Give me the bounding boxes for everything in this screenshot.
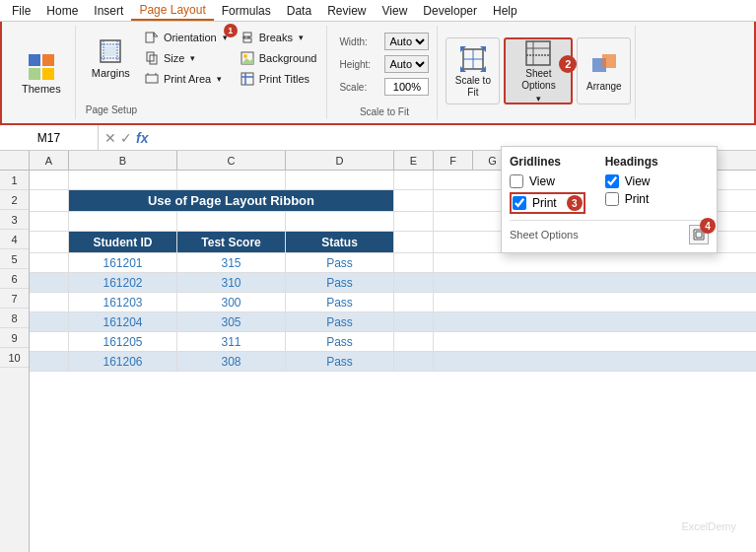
formula-input[interactable]	[154, 131, 756, 145]
cell-c1[interactable]	[177, 171, 286, 189]
col-header-a[interactable]: A	[30, 151, 69, 170]
row-num-6[interactable]: 6	[0, 269, 29, 289]
formula-cancel-icon[interactable]: ✕	[104, 130, 116, 146]
cell-b3[interactable]	[69, 212, 177, 231]
print-titles-button[interactable]: Print Titles	[236, 69, 321, 89]
cell-c9[interactable]: 311	[177, 332, 286, 351]
cell-b4-header[interactable]: Student ID	[69, 232, 177, 252]
cell-a2[interactable]	[30, 190, 69, 211]
scale-input[interactable]	[384, 78, 429, 96]
cell-e3[interactable]	[394, 212, 434, 231]
menu-home[interactable]: Home	[38, 2, 86, 20]
cell-a9[interactable]	[30, 332, 69, 351]
cell-a10[interactable]	[30, 352, 69, 371]
menu-file[interactable]: File	[4, 2, 38, 20]
cell-d5[interactable]: Pass	[286, 253, 394, 272]
cell-c3[interactable]	[177, 212, 286, 231]
headings-print-checkbox[interactable]	[605, 192, 619, 206]
scale-to-fit-group: Width: Automatic Height: Automatic Scale…	[331, 26, 438, 119]
cell-b9[interactable]: 161205	[69, 332, 177, 351]
col-header-e[interactable]: E	[394, 151, 434, 170]
cell-c6[interactable]: 310	[177, 273, 286, 292]
gridlines-view-checkbox[interactable]	[510, 174, 523, 188]
cell-d3[interactable]	[286, 212, 394, 231]
cell-e9[interactable]	[394, 332, 434, 351]
cell-b1[interactable]	[69, 171, 177, 189]
cell-a8[interactable]	[30, 312, 69, 331]
cell-d10[interactable]: Pass	[286, 352, 394, 371]
row-num-4[interactable]: 4	[0, 230, 29, 249]
row-num-1[interactable]: 1	[0, 171, 29, 190]
menu-developer[interactable]: Developer	[415, 2, 485, 20]
row-num-2[interactable]: 2	[0, 190, 29, 210]
cell-e4[interactable]	[394, 232, 434, 252]
name-box[interactable]	[0, 125, 99, 150]
cell-a3[interactable]	[30, 212, 69, 231]
menu-review[interactable]: Review	[319, 2, 374, 20]
col-header-f[interactable]: F	[434, 151, 473, 170]
cell-e6[interactable]	[394, 273, 434, 292]
breaks-button[interactable]: Breaks ▾	[236, 28, 321, 47]
cell-e8[interactable]	[394, 312, 434, 331]
cell-e7[interactable]	[394, 293, 434, 311]
scale-to-fit-button[interactable]: Scale toFit	[446, 37, 500, 104]
cell-b5[interactable]: 161201	[69, 253, 177, 272]
col-header-c[interactable]: C	[177, 151, 286, 170]
row-num-7[interactable]: 7	[0, 289, 29, 309]
sheet-options-button[interactable]: SheetOptions 2 ▾	[504, 37, 573, 104]
col-header-b[interactable]: B	[69, 151, 177, 170]
menu-insert[interactable]: Insert	[86, 2, 131, 20]
formula-confirm-icon[interactable]: ✓	[120, 130, 132, 146]
cell-d8[interactable]: Pass	[286, 312, 394, 331]
width-select[interactable]: Automatic	[384, 33, 429, 50]
cell-d4-header[interactable]: Status	[286, 232, 394, 252]
row-num-5[interactable]: 5	[0, 249, 29, 269]
arrange-button[interactable]: Arrange	[577, 37, 631, 104]
cell-b6[interactable]: 161202	[69, 273, 177, 292]
cell-e10[interactable]	[394, 352, 434, 371]
cell-e5[interactable]	[394, 253, 434, 272]
menu-data[interactable]: Data	[279, 2, 319, 20]
cell-b8[interactable]: 161204	[69, 312, 177, 331]
cell-b2-title[interactable]: Use of Page Layout Ribbon	[69, 190, 394, 211]
cell-c4-header[interactable]: Test Score	[177, 232, 286, 252]
background-button[interactable]: Background	[236, 48, 321, 68]
cell-a4[interactable]	[30, 232, 69, 252]
menu-formulas[interactable]: Formulas	[214, 2, 279, 20]
cell-c8[interactable]: 305	[177, 312, 286, 331]
themes-button[interactable]: Themes	[16, 39, 67, 106]
cell-d9[interactable]: Pass	[286, 332, 394, 351]
margins-button[interactable]: Margins	[86, 28, 136, 87]
cell-a7[interactable]	[30, 293, 69, 311]
cell-a6[interactable]	[30, 273, 69, 292]
formula-fx-icon[interactable]: fx	[136, 130, 148, 146]
orientation-button[interactable]: Orientation ▾ 1	[140, 28, 232, 47]
cell-b7[interactable]: 161203	[69, 293, 177, 311]
print-area-button[interactable]: Print Area ▾	[140, 69, 232, 89]
size-button[interactable]: Size ▾	[140, 48, 232, 68]
col-header-d[interactable]: D	[286, 151, 394, 170]
menu-view[interactable]: View	[375, 2, 416, 20]
row-num-8[interactable]: 8	[0, 309, 29, 328]
svg-rect-19	[243, 38, 251, 42]
headings-view-checkbox[interactable]	[605, 174, 619, 188]
cell-c5[interactable]: 315	[177, 253, 286, 272]
cell-d6[interactable]: Pass	[286, 273, 394, 292]
row-num-3[interactable]: 3	[0, 210, 29, 230]
cell-c7[interactable]: 300	[177, 293, 286, 311]
expand-sheet-options-button[interactable]: 4	[689, 225, 709, 244]
cell-e2[interactable]	[394, 190, 434, 211]
row-num-9[interactable]: 9	[0, 328, 29, 348]
menu-page-layout[interactable]: Page Layout	[131, 1, 213, 21]
height-select[interactable]: Automatic	[384, 55, 429, 73]
cell-c10[interactable]: 308	[177, 352, 286, 371]
cell-a1[interactable]	[30, 171, 69, 189]
cell-d1[interactable]	[286, 171, 394, 189]
cell-a5[interactable]	[30, 253, 69, 272]
row-num-10[interactable]: 10	[0, 348, 29, 368]
menu-help[interactable]: Help	[485, 2, 525, 20]
gridlines-print-checkbox[interactable]	[513, 196, 526, 210]
cell-b10[interactable]: 161206	[69, 352, 177, 371]
cell-e1[interactable]	[394, 171, 434, 189]
cell-d7[interactable]: Pass	[286, 293, 394, 311]
